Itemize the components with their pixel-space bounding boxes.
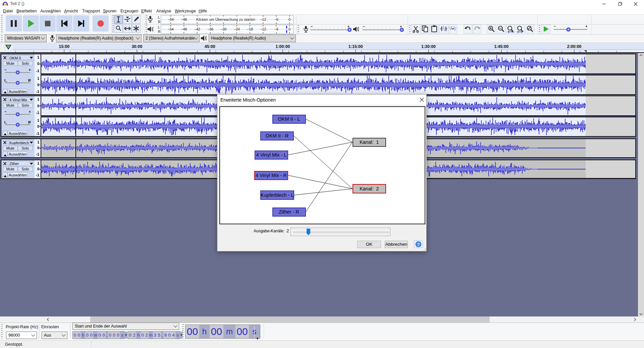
svg-text:−18: −18 [247, 27, 253, 31]
svg-text:−: − [311, 25, 313, 28]
svg-text:−24: −24 [234, 27, 240, 31]
svg-text:15:00: 15:00 [59, 44, 69, 49]
svg-text:1:45:00: 1:45:00 [494, 44, 508, 49]
svg-text:−6: −6 [274, 17, 278, 21]
svg-text:L: L [158, 16, 160, 19]
svg-text:1:15:00: 1:15:00 [348, 44, 363, 49]
svg-text:−36: −36 [207, 27, 213, 31]
svg-text:1:00:00: 1:00:00 [275, 44, 290, 49]
svg-text:−: − [363, 25, 365, 28]
svg-text:+: + [585, 25, 587, 28]
svg-text:−48: −48 [181, 17, 187, 21]
svg-text:−: − [554, 25, 556, 28]
svg-text:2:00:00: 2:00:00 [567, 44, 581, 49]
svg-text:−54: −54 [168, 27, 174, 31]
svg-text:−48: −48 [181, 27, 187, 31]
svg-text:−54: −54 [168, 17, 174, 21]
svg-text:−30: −30 [220, 27, 226, 31]
svg-text:−6: −6 [274, 27, 278, 31]
svg-text:45:00: 45:00 [205, 44, 215, 49]
svg-text:1:30:00: 1:30:00 [421, 44, 436, 49]
svg-text:Klicken um Überwachung zu star: Klicken um Überwachung zu starten [196, 17, 255, 21]
svg-text:0: 0 [288, 17, 290, 21]
svg-text:30:00: 30:00 [131, 44, 142, 49]
svg-text:R: R [158, 30, 160, 34]
svg-text:−42: −42 [194, 27, 200, 31]
svg-text:−12: −12 [260, 17, 266, 21]
svg-text:L: L [158, 25, 160, 29]
svg-text:−12: −12 [260, 27, 266, 31]
svg-text:R: R [158, 20, 160, 24]
svg-text:?: ? [417, 242, 420, 247]
svg-text:0: 0 [288, 27, 290, 31]
